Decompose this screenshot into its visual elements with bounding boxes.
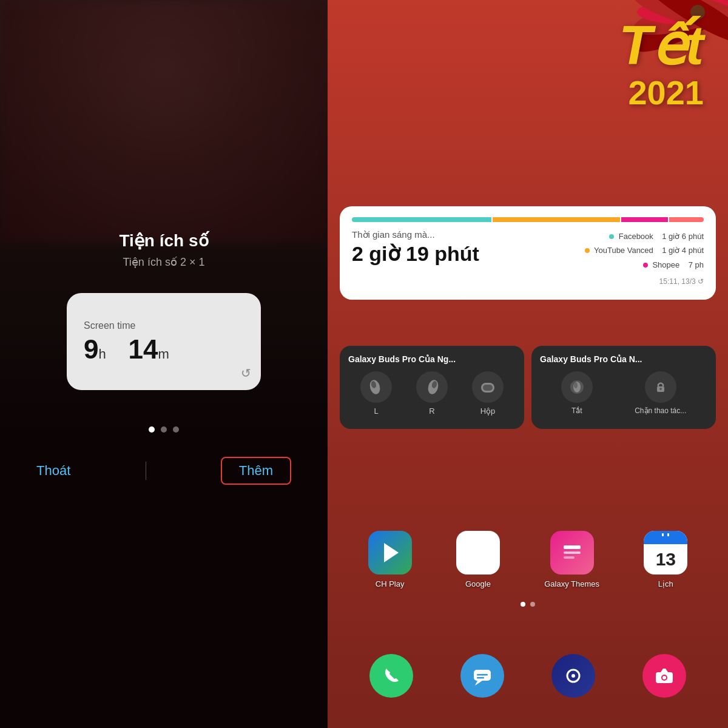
buds-action-off[interactable]: Tắt	[561, 371, 593, 415]
samsung-icon	[551, 654, 595, 698]
st-main-row: Thời gian sáng mà... 2 giờ 19 phút Faceb…	[352, 229, 704, 289]
svg-rect-25	[477, 674, 488, 676]
st-time-text: 2 giờ 19 phút	[352, 242, 479, 265]
right-panel: Tết 2021 Thời gian sáng mà... 2 giờ 19 p…	[328, 0, 728, 728]
svg-point-14	[574, 382, 578, 388]
calendar-inner: 13	[644, 531, 687, 575]
app-google[interactable]: Google	[456, 531, 500, 588]
screen-time-card: Screen time 9h 14m ↺	[67, 293, 261, 390]
svg-point-32	[662, 676, 666, 679]
svg-rect-19	[564, 551, 581, 554]
yt-label: YouTube Vanced	[594, 246, 653, 255]
tet-year: 2021	[619, 73, 704, 112]
widget-subtitle: Tiện ích số 2 × 1	[119, 255, 208, 269]
bottom-buttons: Thoát Thêm	[36, 457, 291, 485]
home-dot-1[interactable]	[521, 602, 525, 607]
calendar-label: Lịch	[658, 579, 673, 588]
dot-1[interactable]	[149, 426, 155, 433]
app-galaxy-themes[interactable]: Galaxy Themes	[544, 531, 599, 588]
dot-2[interactable]	[161, 426, 167, 433]
widget-header: Tiện ích số Tiện ích số 2 × 1	[119, 231, 208, 269]
st-details: Facebook 1 giờ 6 phút YouTube Vanced 1 g…	[585, 229, 704, 289]
bud-right-label: R	[429, 406, 434, 416]
svg-rect-20	[564, 556, 575, 559]
dock-phone[interactable]	[369, 654, 413, 698]
svg-rect-21	[662, 533, 664, 536]
google-icon	[456, 531, 500, 575]
buds-actions-row: Tắt Chặn thao tác...	[540, 371, 707, 415]
calendar-header	[644, 531, 687, 544]
yt-bar	[493, 217, 620, 222]
screen-time-value: 9h 14m	[84, 336, 169, 363]
yt-time: 1 giờ 4 phút	[662, 246, 704, 255]
bud-case-label: Hộp	[480, 406, 496, 416]
st-total-time: 2 giờ 19 phút	[352, 243, 479, 265]
app-icons-row: CH Play Google Galaxy Themes	[346, 531, 710, 588]
bud-right-icon	[416, 371, 448, 403]
calendar-icon: 13	[644, 531, 687, 575]
st-fb-row: Facebook 1 giờ 6 phút	[585, 229, 704, 243]
button-divider	[146, 462, 146, 480]
refresh-icon[interactable]: ↺	[241, 366, 251, 380]
rest-bar	[669, 217, 704, 222]
buds-off-icon	[561, 371, 593, 403]
phone-icon	[369, 654, 413, 698]
sh-time: 7 ph	[689, 260, 704, 269]
screen-time-label: Screen time	[84, 320, 135, 331]
svg-point-16	[659, 388, 662, 390]
bud-case[interactable]: Hộp	[472, 371, 504, 416]
dock-camera[interactable]	[642, 654, 686, 698]
buds-title-1: Galaxy Buds Pro Của Ng...	[348, 354, 516, 364]
tet-title: Tết	[619, 18, 704, 73]
calendar-date: 13	[656, 544, 676, 575]
usage-bar	[352, 217, 704, 222]
buds-widget-1: Galaxy Buds Pro Của Ng... L	[340, 346, 524, 429]
fb-time: 1 giờ 6 phút	[662, 232, 704, 241]
add-button[interactable]: Thêm	[221, 457, 291, 485]
buds-lock-label: Chặn thao tác...	[635, 406, 686, 415]
buds-title-2: Galaxy Buds Pro Của N...	[540, 354, 707, 364]
google-label: Google	[465, 579, 491, 588]
left-panel: Tiện ích số Tiện ích số 2 × 1 Screen tim…	[0, 0, 328, 728]
m-unit: m	[158, 346, 169, 362]
app-chplay[interactable]: CH Play	[368, 531, 412, 588]
screen-time-widget: Thời gian sáng mà... 2 giờ 19 phút Faceb…	[340, 206, 716, 300]
sh-dot	[643, 263, 648, 268]
page-dots	[149, 426, 179, 433]
dock-messages[interactable]	[460, 654, 504, 698]
sh-label: Shopee	[652, 260, 679, 269]
messages-icon	[460, 654, 504, 698]
svg-marker-24	[475, 681, 482, 686]
buds-lock-icon	[645, 371, 676, 403]
fb-label: Facebook	[619, 232, 653, 241]
fb-dot	[609, 234, 614, 239]
app-calendar[interactable]: 13 Lịch	[644, 531, 687, 588]
bud-left-label: L	[374, 406, 378, 416]
buds-action-lock[interactable]: Chặn thao tác...	[635, 371, 686, 415]
home-dot-2[interactable]	[530, 602, 535, 607]
dot-3[interactable]	[173, 426, 179, 433]
bud-case-icon	[472, 371, 504, 403]
dock-samsung[interactable]	[551, 654, 595, 698]
st-timestamp: 15:11, 13/3 ↺	[585, 275, 704, 289]
exit-button[interactable]: Thoát	[36, 463, 70, 479]
home-indicator-dots	[328, 602, 728, 607]
st-yt-row: YouTube Vanced 1 giờ 4 phút	[585, 243, 704, 257]
themes-icon	[550, 531, 594, 575]
widget-title: Tiện ích số	[119, 231, 208, 251]
camera-icon	[642, 654, 686, 698]
buds-off-label: Tắt	[571, 406, 582, 415]
bud-right[interactable]: R	[416, 371, 448, 416]
st-label: Thời gian sáng mà...	[352, 229, 479, 240]
chplay-label: CH Play	[376, 579, 405, 588]
buds-row: Galaxy Buds Pro Của Ng... L	[340, 346, 716, 429]
bud-left-icon	[360, 371, 392, 403]
svg-marker-17	[384, 543, 399, 562]
tet-text: Tết 2021	[619, 18, 704, 112]
svg-rect-11	[483, 385, 493, 391]
bud-left[interactable]: L	[360, 371, 392, 416]
left-content: Tiện ích số Tiện ích số 2 × 1 Screen tim…	[0, 0, 328, 728]
svg-marker-30	[661, 669, 668, 672]
svg-point-28	[571, 674, 575, 678]
yt-dot	[585, 248, 590, 253]
